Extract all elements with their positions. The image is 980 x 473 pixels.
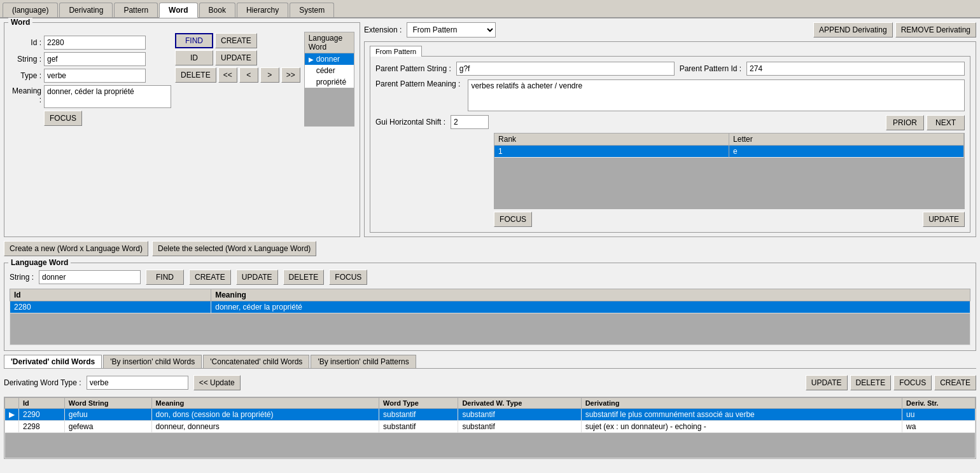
- lw-string-input[interactable]: [39, 270, 141, 284]
- deriv-focus-button[interactable]: FOCUS: [893, 375, 932, 390]
- prior-button[interactable]: PRIOR: [886, 115, 924, 130]
- fp-focus-button[interactable]: FOCUS: [494, 212, 532, 227]
- meaning-input[interactable]: [44, 85, 171, 108]
- word-fieldset: Word Id : String : Type :: [4, 22, 360, 237]
- fp-inner: Parent Pattern String : Parent Pattern I…: [370, 56, 970, 233]
- deriv-update-btn[interactable]: << Update: [193, 375, 241, 390]
- nav-l-button[interactable]: <: [239, 67, 258, 83]
- lw-row-ceder[interactable]: céder: [305, 65, 354, 76]
- lw-id-cell: 2280: [10, 301, 211, 313]
- word-buttons-col: FIND CREATE ID UPDATE DELETE << < >: [175, 33, 300, 83]
- lang-word-legend: Language Word: [8, 258, 71, 267]
- create-button[interactable]: CREATE: [215, 33, 257, 48]
- from-pattern-tab[interactable]: From Pattern: [370, 46, 422, 57]
- lw-row-text-3: propriété: [316, 78, 346, 86]
- id-input[interactable]: [44, 36, 146, 50]
- child-word-type-1: substantif: [379, 409, 458, 421]
- deriv-update-button[interactable]: UPDATE: [806, 375, 848, 390]
- child-arrow-1: ▶: [5, 409, 19, 421]
- create-new-button[interactable]: Create a new (Word x Language Word): [4, 241, 148, 256]
- child-col-meaning: Meaning: [151, 398, 379, 409]
- deriv-actions: UPDATE DELETE FOCUS CREATE: [806, 375, 976, 390]
- fp-string-row: Parent Pattern String : Parent Pattern I…: [375, 62, 965, 76]
- deriv-delete-button[interactable]: DELETE: [850, 375, 892, 390]
- tab-word[interactable]: Word: [159, 3, 197, 18]
- arrow-icon: ▶: [309, 56, 316, 63]
- focus-button[interactable]: FOCUS: [44, 111, 82, 126]
- parent-meaning-input[interactable]: [468, 79, 965, 111]
- word-section-top: Id : String : Type : Meaning : F: [10, 32, 354, 127]
- nav-r-button[interactable]: >: [260, 67, 279, 83]
- main-content: Word Id : String : Type :: [0, 18, 980, 463]
- top-section: Word Id : String : Type :: [4, 22, 976, 237]
- id-button[interactable]: ID: [175, 50, 213, 65]
- lw-row-propriete[interactable]: propriété: [305, 76, 354, 88]
- tab-derivating[interactable]: Derivating: [59, 3, 113, 17]
- lw-string-label: String :: [10, 273, 34, 282]
- focus-btn-row: FOCUS: [10, 111, 171, 126]
- extension-select[interactable]: From Pattern: [407, 22, 496, 38]
- lw-row-text: donner: [316, 55, 340, 64]
- rl-rank-1: 1: [494, 146, 729, 158]
- lw-row-donner[interactable]: ▶ donner: [305, 53, 354, 65]
- word-legend: Word: [8, 18, 32, 27]
- child-deriv-w-type-1: substantif: [458, 409, 581, 421]
- meaning-row: Meaning :: [10, 85, 171, 108]
- from-pattern-panel: From Pattern Parent Pattern String : Par…: [364, 41, 976, 237]
- delete-button[interactable]: DELETE: [175, 67, 216, 83]
- lw-data-row[interactable]: 2280 donner, céder la propriété: [10, 301, 970, 313]
- lw-create-button[interactable]: CREATE: [189, 270, 231, 285]
- btn-row-3: DELETE << < > >>: [175, 67, 300, 83]
- tab-pattern[interactable]: Pattern: [114, 3, 158, 17]
- meaning-label: Meaning :: [10, 85, 41, 104]
- rank-header: Rank: [494, 134, 729, 145]
- rl-letter-1: e: [729, 146, 964, 158]
- extension-buttons: APPEND Derivating REMOVE Derivating: [813, 22, 976, 38]
- child-col-word-string: Word String: [64, 398, 151, 409]
- lw-empty-row: [10, 313, 970, 345]
- rl-row-1[interactable]: 1 e: [494, 146, 964, 158]
- string-input[interactable]: [44, 52, 146, 66]
- parent-id-input[interactable]: [746, 62, 965, 76]
- bottom-section: 'Derivated' child Words 'By insertion' c…: [4, 355, 976, 459]
- child-col-deriv-str: Deriv. Str.: [902, 398, 976, 409]
- tab-hierarchy[interactable]: Hierarchy: [237, 3, 288, 17]
- tab-book[interactable]: Book: [199, 3, 235, 17]
- child-tab-by-insertion[interactable]: 'By insertion' child Words: [103, 355, 202, 368]
- word-form: Id : String : Type : Meaning : F: [10, 32, 171, 126]
- lw-table-empty: [305, 88, 354, 126]
- lw-update-button[interactable]: UPDATE: [236, 270, 278, 285]
- lw-row-text-2: céder: [316, 66, 335, 75]
- fp-update-button[interactable]: UPDATE: [923, 212, 965, 227]
- child-tab-concatenated[interactable]: 'Concatenated' child Words: [203, 355, 309, 368]
- nav-rr-button[interactable]: >>: [281, 67, 300, 83]
- child-tab-derivated[interactable]: 'Derivated' child Words: [4, 355, 102, 368]
- extension-left: Extension : From Pattern: [364, 22, 496, 38]
- lw-focus-button[interactable]: FOCUS: [329, 270, 367, 285]
- child-word-string-2: gefewa: [64, 421, 151, 433]
- child-tab-by-insertion-patterns[interactable]: 'By insertion' child Patterns: [311, 355, 416, 368]
- find-button[interactable]: FIND: [175, 33, 213, 48]
- child-col-id: Id: [19, 398, 65, 409]
- child-arrow-2: [5, 421, 19, 433]
- update-button[interactable]: UPDATE: [215, 50, 257, 65]
- type-input[interactable]: [44, 69, 146, 83]
- lw-find-button[interactable]: FIND: [146, 270, 184, 285]
- remove-derivating-button[interactable]: REMOVE Derivating: [895, 22, 976, 38]
- tab-system[interactable]: System: [290, 3, 334, 17]
- nav-ll-button[interactable]: <<: [218, 67, 237, 83]
- child-word-type-2: substantif: [379, 421, 458, 433]
- tab-language[interactable]: (language): [3, 3, 58, 17]
- delete-selected-button[interactable]: Delete the selected (Word x Language Wor…: [152, 241, 316, 256]
- child-table-wrap: Id Word String Meaning Word Type Derivat…: [4, 397, 976, 459]
- gui-shift-input[interactable]: [451, 115, 489, 129]
- append-derivating-button[interactable]: APPEND Derivating: [813, 22, 893, 38]
- deriv-create-button[interactable]: CREATE: [934, 375, 976, 390]
- lw-delete-button[interactable]: DELETE: [283, 270, 325, 285]
- deriv-type-input[interactable]: [87, 376, 188, 390]
- child-row-2298[interactable]: 2298 gefewa donneur, donneurs substantif…: [5, 421, 976, 433]
- parent-string-input[interactable]: [456, 62, 675, 76]
- child-row-2290[interactable]: ▶ 2290 gefuu don, dons (cession de la pr…: [5, 409, 976, 421]
- next-button[interactable]: NEXT: [927, 115, 965, 130]
- gui-controls: Gui Horizontal Shift :: [375, 115, 489, 129]
